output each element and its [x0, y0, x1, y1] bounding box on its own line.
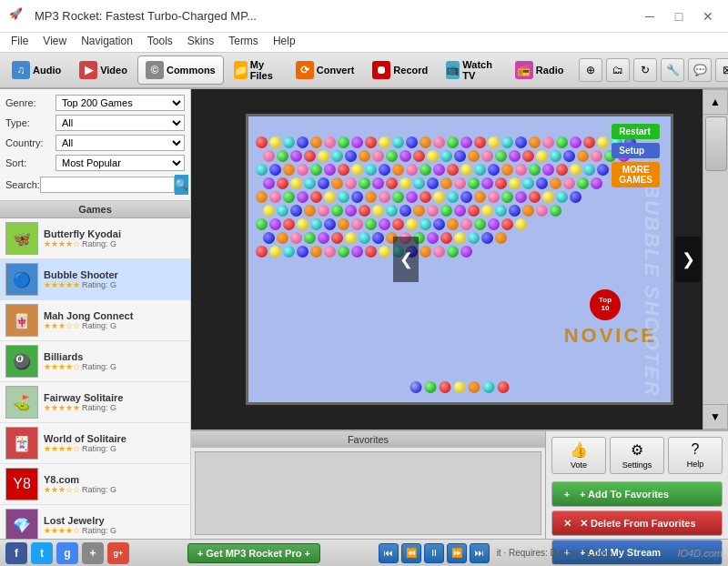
setup-button[interactable]: Setup [612, 143, 660, 158]
search-button[interactable]: 🔍 [175, 175, 188, 195]
genre-filter-row: Genre: Top 200 Games [5, 95, 185, 111]
bottom-section: Favorites 👍 Vote ⚙ Settings ? Help [191, 430, 728, 539]
favorites-header: Favorites [191, 431, 545, 448]
delete-from-favorites-button[interactable]: ✕ ✕ Delete From Favorites [551, 510, 723, 536]
facebook-button[interactable]: f [5, 542, 27, 564]
nav-right-button[interactable]: ❯ [675, 237, 701, 282]
search-input[interactable] [40, 177, 175, 193]
settings-button[interactable]: ⚙ Settings [610, 437, 664, 474]
radio-icon: 📻 [515, 61, 533, 79]
game-item[interactable]: Y8 Y8.com ★★★☆☆ Rating: G [0, 464, 190, 505]
media-pause-button[interactable]: ⏸ [424, 543, 444, 563]
right-panel: const colors = ['b-red','b-blue','b-gree… [191, 89, 728, 539]
audio-icon: ♫ [12, 61, 30, 79]
vote-label: Vote [571, 460, 587, 470]
game-rating: ★★★★☆ Rating: G [44, 526, 185, 535]
game-item[interactable]: 🎱 Billiards ★★★★☆ Rating: G [0, 341, 190, 382]
plus-button[interactable]: + [82, 542, 104, 564]
title-bar: 🚀 MP3 Rocket: Fastest Turbo-Charged MP..… [0, 0, 728, 33]
game-item[interactable]: 💎 Lost Jewelry ★★★★☆ Rating: G [0, 505, 190, 539]
google-button[interactable]: g [56, 542, 78, 564]
close-button[interactable]: ✕ [697, 5, 719, 27]
scroll-up-button[interactable]: ▲ [703, 89, 728, 115]
promo-button[interactable]: + Get MP3 Rocket Pro + [187, 543, 320, 563]
rating-text: Rating: G [82, 362, 116, 371]
nav-left-button[interactable]: ❮ [393, 237, 419, 282]
tab-myfiles[interactable]: 📁 My Files [226, 56, 286, 85]
sort-select[interactable]: Most Popular [56, 155, 185, 171]
game-item[interactable]: 🀄 Mah Jong Connect ★★★☆☆ Rating: G [0, 300, 190, 341]
tab-convert-label: Convert [317, 65, 355, 76]
rating-text: Rating: G [82, 485, 116, 494]
genre-select[interactable]: Top 200 Games [56, 95, 185, 111]
more-games-button[interactable]: MOREGAMES [612, 162, 660, 187]
tab-radio[interactable]: 📻 Radio [507, 56, 572, 85]
minimize-button[interactable]: ─ [639, 5, 661, 27]
game-rating: ★★★★★ Rating: G [44, 403, 185, 412]
maximize-button[interactable]: □ [668, 5, 690, 27]
toolbar-extra-5[interactable]: 💬 [688, 58, 712, 82]
media-controls: ⏮ ⏪ ⏸ ⏩ ⏭ [379, 543, 490, 563]
menu-view[interactable]: View [35, 33, 74, 52]
game-thumbnail: 🦋 [5, 222, 38, 255]
menu-file[interactable]: File [4, 33, 35, 52]
window-title: MP3 Rocket: Fastest Turbo-Charged MP... [35, 9, 639, 23]
vote-button[interactable]: 👍 Vote [551, 437, 606, 474]
menu-navigation[interactable]: Navigation [74, 33, 140, 52]
game-info: Billiards ★★★★☆ Rating: G [44, 351, 185, 371]
tab-record[interactable]: ⏺ Record [364, 56, 436, 85]
tab-audio-label: Audio [33, 65, 61, 76]
game-item[interactable]: 🔵 Bubble Shooter ★★★★★ Rating: G [0, 259, 190, 300]
toolbar-extra-2[interactable]: 🗂 [606, 58, 630, 82]
toolbar-extra-1[interactable]: ⊕ [579, 58, 602, 82]
game-name: World of Solitaire [44, 433, 185, 444]
country-filter-row: Country: All [5, 135, 185, 151]
country-select[interactable]: All [56, 135, 185, 151]
refresh-button[interactable]: ↻ [633, 58, 657, 82]
settings-toolbar-button[interactable]: 🔧 [661, 58, 684, 82]
game-thumbnail: 🎱 [5, 345, 38, 378]
media-prev-button[interactable]: ⏮ [379, 543, 399, 563]
media-forward-button[interactable]: ⏩ [447, 543, 467, 563]
scroll-down-button[interactable]: ▼ [703, 404, 728, 430]
game-item[interactable]: 🦋 Butterfly Kyodai ★★★★☆ Rating: G [0, 218, 190, 259]
scrollbar-thumb[interactable] [705, 116, 727, 171]
game-thumbnail: 🃏 [5, 427, 38, 460]
menu-help[interactable]: Help [266, 33, 303, 52]
twitter-button[interactable]: t [31, 542, 53, 564]
game-rating: ★★★☆☆ Rating: G [44, 321, 185, 330]
rating-text: Rating: G [82, 403, 116, 412]
delete-icon: ✕ [560, 516, 574, 531]
tab-video[interactable]: ▶ Video [71, 56, 136, 85]
game-item[interactable]: ⛳ Fairway Solitaire ★★★★★ Rating: G [0, 382, 190, 423]
menu-terms[interactable]: Terms [221, 33, 266, 52]
game-thumbnail: 🔵 [5, 263, 38, 296]
left-panel: Genre: Top 200 Games Type: All Country: … [0, 89, 191, 539]
app-icon: 🚀 [9, 7, 27, 25]
menu-skins[interactable]: Skins [180, 33, 221, 52]
media-rewind-button[interactable]: ⏪ [401, 543, 421, 563]
tab-audio[interactable]: ♫ Audio [4, 56, 69, 85]
game-name: Y8.com [44, 474, 185, 485]
tab-commons[interactable]: © Commons [137, 56, 224, 85]
help-button[interactable]: ? Help [668, 437, 723, 474]
type-select[interactable]: All [56, 115, 185, 131]
toolbar-extra-6[interactable]: ⊠ [715, 58, 728, 82]
media-next-button[interactable]: ⏭ [470, 543, 490, 563]
tab-convert[interactable]: ⟳ Convert [288, 56, 363, 85]
game-canvas: const colors = ['b-red','b-blue','b-gree… [191, 89, 728, 430]
game-item[interactable]: 🃏 World of Solitaire ★★★★☆ Rating: G [0, 423, 190, 464]
menu-bar: File View Navigation Tools Skins Terms H… [0, 33, 728, 53]
restart-button[interactable]: Restart [612, 124, 660, 139]
game-name: Lost Jewelry [44, 515, 185, 526]
menu-tools[interactable]: Tools [140, 33, 180, 52]
game-rating: ★★★☆☆ Rating: G [44, 485, 185, 494]
star-rating: ★★★☆☆ [44, 485, 80, 494]
add-to-favorites-button[interactable]: + + Add To Favorites [551, 481, 723, 507]
tab-watchtv[interactable]: 📺 Watch TV [438, 56, 505, 85]
sort-label: Sort: [5, 157, 56, 168]
game-name: Bubble Shooter [44, 269, 185, 280]
settings-icon: ⚙ [631, 441, 643, 459]
shooter-area [410, 381, 510, 393]
googleplus-button[interactable]: g+ [107, 542, 129, 564]
